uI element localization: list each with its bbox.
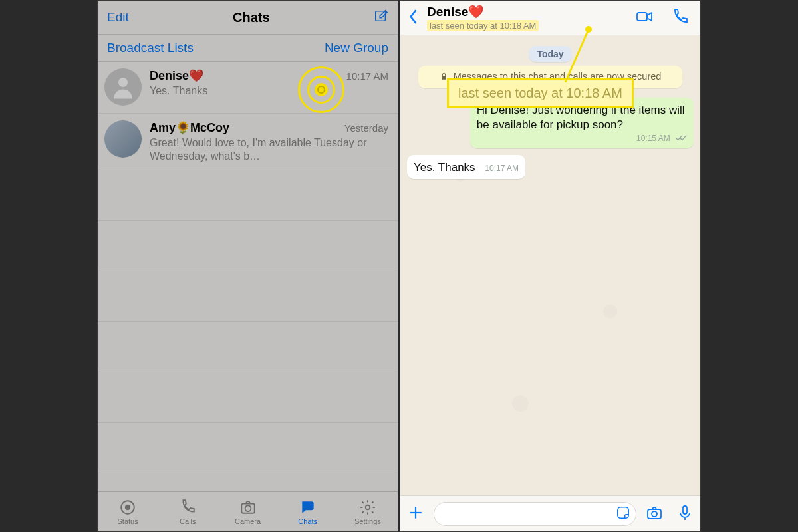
tab-label: Calls <box>180 517 196 525</box>
encryption-text: Messages to this chat and calls are now … <box>454 71 662 82</box>
svg-rect-10 <box>618 507 629 518</box>
chat-row-empty <box>98 322 398 372</box>
svg-point-5 <box>245 505 251 511</box>
message-time: 10:15 AM <box>636 134 670 143</box>
message-time: 10:17 AM <box>485 164 519 174</box>
tab-chats[interactable]: Chats <box>278 492 338 531</box>
chat-row-empty <box>98 170 398 221</box>
chat-time: Yesterday <box>344 122 388 134</box>
message-bubble-in[interactable]: Yes. Thanks 10:17 AM <box>407 155 525 179</box>
chat-preview: Great! Would love to, I'm available Tues… <box>150 136 388 163</box>
chats-header: Edit Chats <box>98 1 398 34</box>
broadcast-lists-link[interactable]: Broadcast Lists <box>107 41 194 55</box>
chat-name: Amy🌻McCoy <box>150 120 229 135</box>
mic-icon[interactable] <box>676 504 694 524</box>
avatar-placeholder-icon <box>104 68 142 106</box>
encryption-banner: Messages to this chat and calls are now … <box>418 66 682 88</box>
tab-label: Status <box>118 517 138 525</box>
tab-label: Camera <box>235 517 261 525</box>
chats-title: Chats <box>233 10 270 25</box>
conversation-name[interactable]: Denise❤️ <box>427 4 635 19</box>
svg-point-3 <box>126 505 130 509</box>
tab-label: Settings <box>354 517 381 525</box>
tab-camera[interactable]: Camera <box>217 492 277 531</box>
chat-name: Denise❤️ <box>150 68 203 83</box>
chat-preview: Yes. Thanks <box>150 84 388 98</box>
tab-status[interactable]: Status <box>98 492 158 531</box>
chat-row[interactable]: Denise❤️ 10:17 AM Yes. Thanks <box>98 62 398 114</box>
message-input[interactable] <box>434 502 636 526</box>
conversation-header: Denise❤️ last seen today at 10:18 AM <box>400 1 700 35</box>
message-input-bar <box>400 495 700 531</box>
avatar-photo <box>104 120 142 158</box>
chats-subheader: Broadcast Lists New Group <box>98 34 398 62</box>
svg-point-6 <box>366 505 370 509</box>
svg-rect-11 <box>648 509 661 519</box>
message-text: Hi Denise! Just wondering if the items w… <box>477 104 685 131</box>
chat-list: Denise❤️ 10:17 AM Yes. Thanks Amy🌻McCoy … <box>98 62 398 524</box>
chats-list-screen: Edit Chats Broadcast Lists New Group Den… <box>97 0 398 532</box>
svg-rect-13 <box>683 506 687 514</box>
message-text: Yes. Thanks <box>414 161 475 174</box>
svg-point-12 <box>652 511 657 517</box>
chat-row-empty <box>98 423 398 473</box>
sticker-icon[interactable] <box>616 505 630 523</box>
svg-point-1 <box>118 78 128 87</box>
read-receipt-icon <box>675 134 687 144</box>
back-icon[interactable] <box>407 8 419 28</box>
conversation-screen: Denise❤️ last seen today at 10:18 AM Tod… <box>400 0 701 532</box>
video-call-icon[interactable] <box>635 7 654 29</box>
compose-icon[interactable] <box>374 9 388 26</box>
tab-calls[interactable]: Calls <box>158 492 217 531</box>
message-bubble-out[interactable]: Hi Denise! Just wondering if the items w… <box>470 98 694 148</box>
camera-icon[interactable] <box>646 504 663 524</box>
lock-icon <box>440 72 448 83</box>
tab-label: Chats <box>298 517 317 525</box>
chat-row-empty <box>98 372 398 423</box>
chat-row[interactable]: Amy🌻McCoy Yesterday Great! Would love to… <box>98 114 398 170</box>
new-group-link[interactable]: New Group <box>325 41 388 55</box>
svg-rect-7 <box>637 13 647 21</box>
tab-bar: Status Calls Camera Chats Settings <box>98 491 398 531</box>
chat-row-empty <box>98 221 398 271</box>
chat-row-empty <box>98 271 398 322</box>
last-seen-text: last seen today at 10:18 AM <box>427 20 539 31</box>
chat-time: 10:17 AM <box>346 70 388 82</box>
attach-icon[interactable] <box>407 504 424 524</box>
voice-call-icon[interactable] <box>671 7 690 29</box>
date-pill: Today <box>529 46 571 62</box>
edit-button[interactable]: Edit <box>107 10 129 25</box>
conversation-body[interactable]: Today Messages to this chat and calls ar… <box>400 35 700 495</box>
tab-settings[interactable]: Settings <box>338 492 398 531</box>
